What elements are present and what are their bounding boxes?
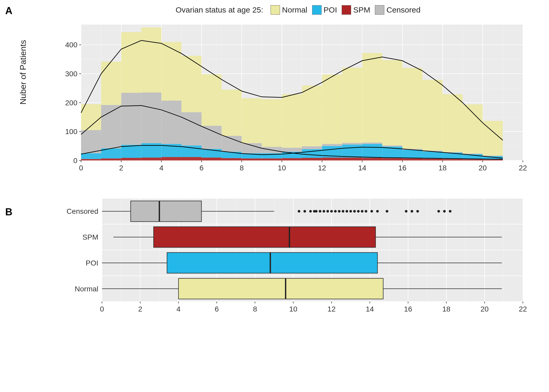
figure: A Ovarian status at age 25: Normal POI S… bbox=[5, 5, 544, 317]
svg-text:200: 200 bbox=[65, 99, 77, 107]
svg-rect-42 bbox=[121, 158, 141, 160]
svg-rect-48 bbox=[141, 93, 161, 143]
svg-point-205 bbox=[437, 210, 440, 212]
svg-point-189 bbox=[330, 210, 333, 212]
svg-text:0: 0 bbox=[79, 164, 83, 172]
svg-text:2: 2 bbox=[119, 164, 123, 172]
svg-text:Censored: Censored bbox=[67, 207, 98, 215]
svg-text:14: 14 bbox=[358, 164, 366, 172]
svg-point-194 bbox=[349, 210, 352, 212]
svg-rect-77 bbox=[282, 94, 302, 148]
svg-text:SPM: SPM bbox=[82, 233, 98, 241]
svg-rect-37 bbox=[81, 104, 101, 130]
svg-rect-41 bbox=[101, 62, 121, 105]
svg-text:8: 8 bbox=[240, 164, 244, 172]
svg-text:22: 22 bbox=[519, 164, 527, 172]
svg-rect-45 bbox=[121, 32, 141, 93]
svg-rect-35 bbox=[81, 153, 101, 159]
svg-point-197 bbox=[361, 210, 363, 212]
svg-rect-54 bbox=[181, 157, 202, 160]
svg-text:8: 8 bbox=[253, 305, 257, 313]
svg-rect-44 bbox=[121, 93, 141, 145]
svg-rect-49 bbox=[141, 27, 161, 93]
svg-rect-78 bbox=[302, 158, 322, 160]
svg-rect-106 bbox=[443, 159, 463, 160]
svg-rect-56 bbox=[181, 112, 202, 145]
svg-rect-81 bbox=[302, 85, 322, 146]
svg-rect-62 bbox=[222, 158, 242, 160]
svg-text:14: 14 bbox=[366, 305, 374, 313]
svg-rect-34 bbox=[81, 159, 101, 160]
svg-text:20: 20 bbox=[481, 305, 489, 313]
svg-rect-112 bbox=[463, 153, 483, 154]
svg-rect-74 bbox=[282, 158, 302, 160]
panel-a-ylabel: Nuber of Patients bbox=[18, 40, 28, 105]
svg-point-203 bbox=[411, 210, 413, 212]
legend-item-poi: POI bbox=[312, 5, 337, 15]
panel-b-label: B bbox=[5, 206, 12, 218]
svg-rect-65 bbox=[222, 90, 242, 136]
svg-text:POI: POI bbox=[86, 259, 98, 267]
svg-point-202 bbox=[405, 210, 408, 212]
svg-rect-101 bbox=[402, 68, 422, 149]
svg-rect-84 bbox=[322, 144, 342, 146]
svg-rect-76 bbox=[282, 148, 302, 152]
svg-point-192 bbox=[342, 210, 344, 212]
legend-swatch-poi bbox=[312, 5, 322, 15]
svg-rect-73 bbox=[262, 99, 282, 147]
panel-a-label: A bbox=[5, 5, 12, 16]
panel-b-svg: CensoredSPMPOINormal0246810121416182022 bbox=[63, 194, 528, 317]
svg-rect-50 bbox=[161, 157, 181, 160]
svg-rect-63 bbox=[222, 152, 242, 158]
svg-point-185 bbox=[315, 210, 318, 212]
svg-rect-85 bbox=[322, 74, 342, 144]
svg-text:16: 16 bbox=[398, 164, 407, 172]
svg-point-188 bbox=[327, 210, 329, 212]
svg-rect-103 bbox=[422, 152, 443, 159]
svg-text:6: 6 bbox=[199, 164, 204, 172]
svg-point-200 bbox=[376, 210, 379, 212]
svg-rect-46 bbox=[141, 158, 161, 160]
legend-item-normal: Normal bbox=[271, 5, 307, 15]
svg-text:4: 4 bbox=[159, 164, 163, 172]
svg-point-191 bbox=[338, 210, 340, 212]
svg-point-182 bbox=[304, 210, 306, 212]
svg-rect-91 bbox=[362, 144, 382, 158]
svg-text:18: 18 bbox=[438, 164, 447, 172]
svg-rect-114 bbox=[483, 160, 503, 160]
svg-point-206 bbox=[443, 210, 446, 212]
svg-point-193 bbox=[346, 210, 348, 212]
svg-point-199 bbox=[370, 210, 373, 212]
svg-point-187 bbox=[323, 210, 325, 212]
svg-text:6: 6 bbox=[215, 305, 219, 313]
legend-swatch-normal bbox=[271, 5, 280, 15]
svg-point-186 bbox=[319, 210, 321, 212]
panel-a-svg: 02468101214161820220100200300400 bbox=[63, 22, 528, 176]
svg-rect-116 bbox=[483, 155, 503, 156]
legend-label-spm: SPM bbox=[353, 5, 370, 14]
svg-rect-102 bbox=[422, 159, 443, 160]
svg-text:12: 12 bbox=[328, 305, 336, 313]
svg-rect-90 bbox=[362, 158, 382, 160]
svg-rect-110 bbox=[463, 159, 483, 160]
svg-text:10: 10 bbox=[289, 305, 297, 313]
svg-rect-93 bbox=[362, 53, 382, 142]
panel-b-plot: CensoredSPMPOINormal0246810121416182022 bbox=[63, 194, 528, 317]
svg-point-183 bbox=[309, 210, 312, 212]
legend-item-censored: Censored bbox=[375, 5, 420, 15]
svg-text:18: 18 bbox=[442, 305, 450, 313]
svg-rect-99 bbox=[402, 150, 422, 158]
svg-rect-218 bbox=[167, 252, 378, 273]
svg-rect-92 bbox=[362, 142, 382, 144]
svg-rect-43 bbox=[121, 145, 141, 158]
svg-text:400: 400 bbox=[65, 41, 77, 49]
svg-point-201 bbox=[386, 210, 388, 212]
svg-rect-68 bbox=[242, 143, 262, 153]
svg-rect-60 bbox=[202, 126, 222, 149]
legend: Ovarian status at age 25: Normal POI SPM… bbox=[5, 5, 544, 15]
svg-rect-89 bbox=[342, 68, 362, 143]
svg-rect-61 bbox=[202, 74, 222, 126]
svg-rect-82 bbox=[322, 158, 342, 160]
svg-text:4: 4 bbox=[176, 305, 181, 313]
svg-text:0: 0 bbox=[100, 305, 104, 313]
